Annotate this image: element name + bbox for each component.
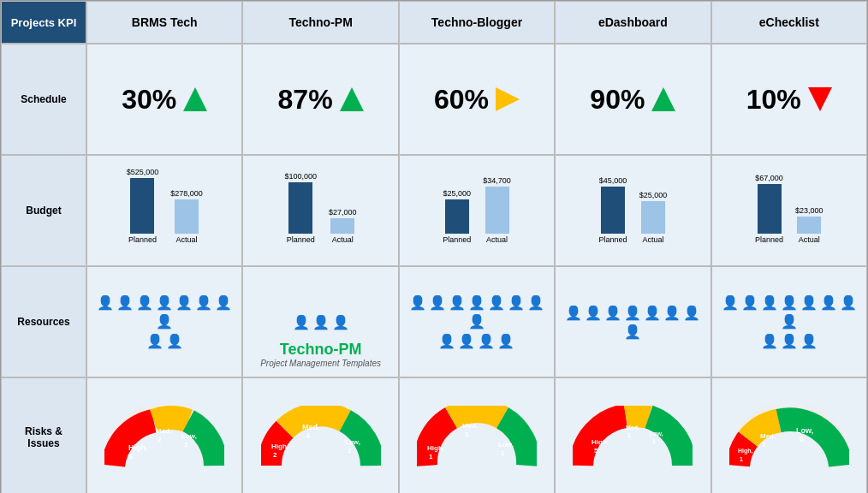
arrow-up-icon xyxy=(651,87,675,111)
gauge-svg: High, 2 Med, 4 Low, 2 xyxy=(261,406,381,470)
resources-edashboard: 👤 👤 👤 👤 👤 👤 👤 👤 xyxy=(555,266,710,377)
person-icon: 👤 xyxy=(741,294,758,311)
person-icon: 👤 xyxy=(156,313,173,330)
person-icon: 👤 xyxy=(156,294,173,311)
svg-text:Low,: Low, xyxy=(650,431,663,437)
person-icon: 👤 xyxy=(508,294,525,311)
arrow-up-icon xyxy=(183,87,207,111)
svg-text:2: 2 xyxy=(762,441,766,448)
gauge-svg: High, 1 Med, 1 Low, 1 xyxy=(417,406,537,470)
person-icon: 👤 xyxy=(215,294,232,311)
person-icon: 👤 xyxy=(488,294,505,311)
planned-bar xyxy=(445,199,469,234)
schedule-label: Schedule xyxy=(1,44,86,155)
person-icon: 👤 xyxy=(781,294,798,311)
resources-brms: 👤 👤 👤 👤 👤 👤 👤 👤 👤 👤 xyxy=(86,266,242,377)
project-header-5: eChecklist xyxy=(711,1,867,44)
svg-text:1: 1 xyxy=(465,431,469,438)
person-icon: 👤 xyxy=(449,294,466,311)
person-icon: 👤 xyxy=(683,305,700,321)
arrow-right-icon xyxy=(496,87,520,111)
svg-text:Low,: Low, xyxy=(498,441,514,448)
person-icon: 👤 xyxy=(840,294,857,311)
person-icon: 👤 xyxy=(312,314,330,330)
svg-text:Low,: Low, xyxy=(345,438,360,446)
svg-text:High,: High, xyxy=(271,443,288,450)
person-icon-red: 👤 xyxy=(146,333,163,349)
svg-text:2: 2 xyxy=(348,447,352,454)
person-icon: 👤 xyxy=(175,294,193,311)
risks-brms: High, 5 Med, 2 Low, 1 xyxy=(86,377,242,493)
person-icon: 👤 xyxy=(820,294,837,311)
person-icon: 👤 xyxy=(195,294,212,311)
svg-text:4: 4 xyxy=(306,431,310,440)
person-icon: 👤 xyxy=(136,294,153,311)
person-icon: 👤 xyxy=(604,305,621,321)
svg-text:High,: High, xyxy=(427,444,444,452)
budget-label: Budget xyxy=(1,155,86,266)
risks-technopm: High, 2 Med, 4 Low, 2 xyxy=(242,377,398,493)
svg-text:1: 1 xyxy=(652,438,656,444)
actual-bar xyxy=(641,201,665,234)
svg-text:High,: High, xyxy=(128,443,148,452)
person-icon: 👤 xyxy=(761,333,778,349)
risks-echecklist: High, 1 Med, 2 Low, 5 xyxy=(711,377,867,493)
svg-text:Low,: Low, xyxy=(796,426,813,435)
project-header-1: BRMS Tech xyxy=(86,1,242,44)
resources-technoblogger: 👤 👤 👤 👤 👤 👤 👤 👤 👤 👤 👤 👤 xyxy=(399,266,555,377)
schedule-brms: 30% xyxy=(86,44,242,155)
person-icon-red: 👤 xyxy=(478,333,495,349)
svg-text:Low,: Low, xyxy=(181,432,197,440)
kpi-header: Projects KPI xyxy=(1,1,86,44)
svg-text:High,: High, xyxy=(592,438,609,446)
person-icon: 👤 xyxy=(585,305,602,321)
planned-bar xyxy=(601,187,625,234)
person-icon: 👤 xyxy=(468,294,485,311)
person-icon: 👤 xyxy=(781,313,798,330)
gauge-svg: High, 1 Med, 2 Low, 5 xyxy=(729,406,849,470)
svg-text:1: 1 xyxy=(501,449,505,457)
svg-text:High,: High, xyxy=(738,448,753,454)
arrow-up-icon xyxy=(340,87,364,111)
person-icon: 👤 xyxy=(800,333,817,349)
person-icon: 👤 xyxy=(429,294,446,311)
person-icon: 👤 xyxy=(722,294,739,311)
person-icon-red: 👤 xyxy=(458,333,475,349)
budget-echecklist: $67,000 Planned $23,000 Actual xyxy=(711,155,867,266)
technoPM-overlay: Techno-PM Project Management Templates xyxy=(243,341,397,368)
person-icon: 👤 xyxy=(624,305,641,321)
main-grid: Projects KPI BRMS Tech Techno-PM Techno-… xyxy=(0,0,868,493)
svg-text:5: 5 xyxy=(594,447,598,454)
planned-bar xyxy=(288,182,312,234)
project-header-4: eDashboard xyxy=(555,1,710,44)
person-icon-red: 👤 xyxy=(438,333,455,349)
person-icon: 👤 xyxy=(293,314,310,330)
budget-edashboard: $45,000 Planned $25,000 Actual xyxy=(555,155,710,266)
project-header-3: Techno-Blogger xyxy=(399,1,555,44)
person-icon: 👤 xyxy=(116,294,134,311)
planned-bar xyxy=(130,178,154,234)
svg-text:5: 5 xyxy=(800,435,804,443)
svg-text:1: 1 xyxy=(429,453,433,460)
gauge-svg: High, 5 Med, 1 Low, 1 xyxy=(573,406,693,470)
svg-text:Med,: Med, xyxy=(462,422,478,430)
risks-technoblogger: High, 1 Med, 1 Low, 1 xyxy=(399,377,555,493)
schedule-echecklist: 10% xyxy=(711,44,867,155)
budget-brms: $525,000 Planned $278,000 Actual xyxy=(86,155,242,266)
svg-text:1: 1 xyxy=(627,432,631,438)
gauge-svg: High, 5 Med, 2 Low, 1 xyxy=(104,406,224,470)
person-icon: 👤 xyxy=(663,305,681,321)
resources-echecklist: 👤 👤 👤 👤 👤 👤 👤 👤 👤 👤 👤 xyxy=(711,266,867,377)
person-icon: 👤 xyxy=(800,294,817,311)
actual-bar xyxy=(485,187,509,234)
svg-text:1: 1 xyxy=(184,441,188,448)
svg-text:1: 1 xyxy=(740,456,743,462)
risks-label: Risks & Issues xyxy=(1,377,86,493)
risks-edashboard: High, 5 Med, 1 Low, 1 xyxy=(555,377,710,493)
schedule-technoblogger: 60% xyxy=(399,44,555,155)
person-icon: 👤 xyxy=(781,333,798,349)
svg-text:Med,: Med, xyxy=(760,432,776,440)
person-icon: 👤 xyxy=(761,294,778,311)
svg-text:Med,: Med, xyxy=(626,425,639,431)
person-icon: 👤 xyxy=(97,294,114,311)
